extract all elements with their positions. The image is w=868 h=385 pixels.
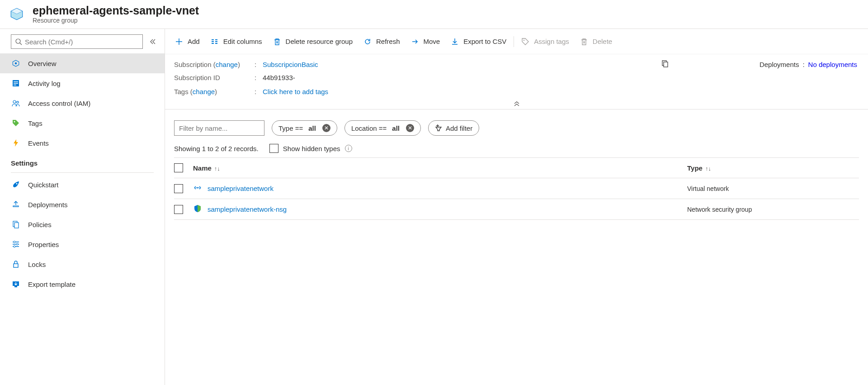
show-hidden-types-checkbox[interactable] — [269, 144, 278, 153]
svg-point-35 — [524, 39, 524, 40]
svg-rect-16 — [14, 223, 19, 228]
svg-point-40 — [198, 187, 199, 188]
page-title: ephemeral-agents-sample-vnet — [33, 4, 199, 17]
location-filter-pill[interactable]: Location == all ✕ — [344, 120, 421, 136]
deployments-icon — [11, 200, 21, 209]
copy-icon[interactable] — [661, 60, 669, 69]
collapse-essentials-button[interactable] — [174, 101, 859, 105]
policies-icon — [11, 219, 21, 229]
sidebar-search-input[interactable] — [25, 38, 139, 46]
subscription-link[interactable]: SubscripcionBasic — [263, 61, 318, 68]
row-checkbox[interactable] — [174, 184, 183, 193]
row-checkbox[interactable] — [174, 205, 183, 214]
add-tags-link[interactable]: Click here to add tags — [263, 88, 328, 95]
select-all-checkbox[interactable] — [174, 163, 183, 172]
svg-rect-28 — [14, 286, 17, 287]
delete-resource-group-button[interactable]: Delete resource group — [268, 33, 358, 51]
sidebar-item-label: Properties — [28, 241, 59, 248]
svg-point-13 — [16, 183, 18, 185]
sidebar-item-policies[interactable]: Policies — [0, 214, 165, 234]
sidebar-item-label: Policies — [28, 221, 52, 228]
clear-type-filter-icon[interactable]: ✕ — [322, 124, 330, 132]
sidebar-item-label: Access control (IAM) — [28, 100, 90, 107]
svg-rect-8 — [14, 83, 18, 84]
delete-button[interactable]: Delete — [575, 33, 618, 51]
clear-location-filter-icon[interactable]: ✕ — [406, 124, 414, 132]
svg-rect-32 — [215, 39, 217, 40]
sort-icon: ↑↓ — [705, 165, 711, 172]
sidebar-item-tags[interactable]: Tags — [0, 113, 165, 133]
svg-rect-37 — [664, 62, 668, 67]
deployments-label: Deployments — [760, 61, 799, 68]
add-filter-icon — [435, 124, 442, 133]
subscription-id-value: 44b91933- — [263, 74, 295, 81]
sidebar-item-label: Quickstart — [28, 181, 59, 189]
export-csv-button[interactable]: Export to CSV — [445, 33, 512, 51]
tag-icon — [521, 38, 529, 46]
sidebar-item-label: Locks — [28, 261, 46, 268]
column-header-type[interactable]: Type↑↓ — [687, 164, 859, 172]
sidebar-item-label: Tags — [28, 119, 42, 127]
access-control-icon — [11, 98, 21, 108]
resource-group-icon — [8, 5, 25, 23]
move-button[interactable]: Move — [406, 33, 446, 51]
svg-point-12 — [14, 121, 15, 123]
sidebar-collapse-button[interactable] — [146, 35, 159, 48]
sidebar: Overview Activity log Access control (IA… — [0, 29, 165, 385]
sidebar-item-access-control[interactable]: Access control (IAM) — [0, 93, 165, 113]
vnet-icon — [193, 183, 202, 194]
tags-change-link[interactable]: change — [193, 88, 215, 95]
svg-point-5 — [15, 62, 17, 65]
sidebar-item-label: Events — [28, 139, 49, 147]
sidebar-item-activity-log[interactable]: Activity log — [0, 73, 165, 93]
add-filter-button[interactable]: Add filter — [428, 120, 479, 136]
edit-columns-button[interactable]: Edit columns — [205, 33, 268, 51]
tags-icon — [11, 118, 21, 128]
svg-point-38 — [197, 187, 198, 189]
subscription-label: Subscription (change) — [174, 61, 255, 68]
columns-icon — [211, 38, 219, 46]
sidebar-item-quickstart[interactable]: Quickstart — [0, 175, 165, 195]
svg-point-25 — [14, 246, 15, 247]
subscription-change-link[interactable]: change — [216, 61, 238, 68]
events-icon — [11, 138, 21, 148]
show-hidden-types-label: Show hidden types — [283, 145, 340, 152]
sidebar-item-properties[interactable]: Properties — [0, 234, 165, 254]
deployments-link[interactable]: No deployments — [808, 61, 857, 68]
download-icon — [451, 38, 459, 46]
add-button[interactable]: Add — [170, 33, 205, 51]
sidebar-item-export-template[interactable]: Export template — [0, 274, 165, 294]
command-bar: Add Edit columns Delete resource group R… — [165, 29, 868, 54]
svg-point-22 — [16, 243, 18, 245]
resource-link[interactable]: sampleprivatenetwork — [208, 185, 274, 192]
sidebar-section-settings: Settings — [0, 153, 165, 171]
info-icon[interactable]: i — [345, 145, 352, 152]
type-filter-pill[interactable]: Type == all ✕ — [272, 120, 337, 136]
svg-rect-34 — [215, 43, 217, 44]
locks-icon — [11, 259, 21, 269]
column-header-name[interactable]: Name↑↓ — [193, 164, 687, 172]
svg-point-11 — [17, 101, 19, 103]
properties-icon — [11, 239, 21, 249]
sort-icon: ↑↓ — [214, 165, 220, 172]
svg-rect-29 — [212, 39, 214, 40]
table-row: sampleprivatenetwork-nsg Network securit… — [174, 199, 859, 220]
sidebar-item-overview[interactable]: Overview — [0, 53, 165, 73]
refresh-button[interactable]: Refresh — [358, 33, 406, 51]
quickstart-icon — [11, 180, 21, 190]
refresh-icon — [363, 38, 372, 46]
svg-line-3 — [20, 43, 22, 45]
assign-tags-button[interactable]: Assign tags — [516, 33, 575, 51]
sidebar-search[interactable] — [11, 34, 143, 49]
filter-name-input[interactable] — [174, 120, 264, 136]
sidebar-item-events[interactable]: Events — [0, 133, 165, 153]
sidebar-item-deployments[interactable]: Deployments — [0, 195, 165, 214]
svg-rect-9 — [14, 85, 16, 86]
resource-link[interactable]: sampleprivatenetwork-nsg — [208, 205, 287, 213]
essentials-panel: Subscription (change) : SubscripcionBasi… — [165, 54, 868, 109]
table-row: sampleprivatenetwork Virtual network — [174, 178, 859, 199]
sidebar-item-locks[interactable]: Locks — [0, 254, 165, 274]
svg-rect-30 — [212, 41, 214, 42]
plus-icon — [175, 38, 183, 46]
svg-point-19 — [14, 241, 15, 243]
